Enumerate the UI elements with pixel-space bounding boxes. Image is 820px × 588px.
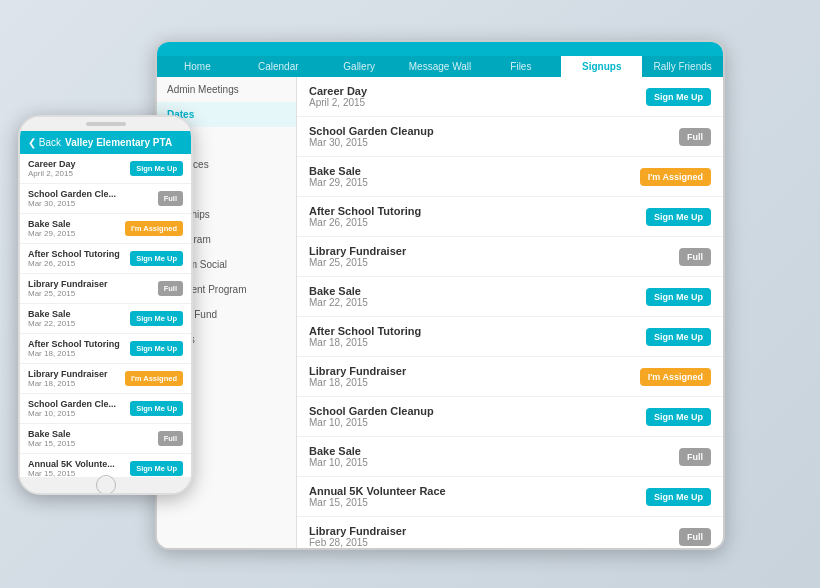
phone: ❮ Back Valley Elementary PTA Career Day … bbox=[18, 115, 193, 495]
phone-row-title: Bake Sale bbox=[28, 219, 125, 229]
sidebar-admin-meetings[interactable]: Admin Meetings bbox=[157, 77, 296, 102]
phone-row-date: April 2, 2015 bbox=[28, 169, 130, 178]
tablet-signup-row: Library Fundraiser Feb 28, 2015 Full bbox=[297, 517, 723, 548]
phone-row-date: Mar 15, 2015 bbox=[28, 469, 130, 477]
phone-signup-row: Library Fundraiser Mar 25, 2015 Full bbox=[20, 274, 191, 304]
signup-btn-signup[interactable]: Sign Me Up bbox=[646, 288, 711, 306]
phone-notch bbox=[20, 117, 191, 131]
signup-date: Feb 28, 2015 bbox=[309, 537, 679, 548]
phone-btn-signup[interactable]: Sign Me Up bbox=[130, 401, 183, 416]
phone-row-date: Mar 22, 2015 bbox=[28, 319, 130, 328]
signup-info: Library Fundraiser Mar 25, 2015 bbox=[309, 245, 679, 268]
signup-btn-signup[interactable]: Sign Me Up bbox=[646, 328, 711, 346]
tab-message-wall[interactable]: Message Wall bbox=[400, 56, 481, 77]
phone-row-date: Mar 26, 2015 bbox=[28, 259, 130, 268]
phone-btn-signup[interactable]: Sign Me Up bbox=[130, 461, 183, 476]
signup-date: Mar 25, 2015 bbox=[309, 257, 679, 268]
signup-date: Mar 10, 2015 bbox=[309, 417, 646, 428]
signup-title: School Garden Cleanup bbox=[309, 125, 679, 137]
tab-calendar[interactable]: Calendar bbox=[238, 56, 319, 77]
signup-btn-full[interactable]: Full bbox=[679, 528, 711, 546]
phone-btn-signup[interactable]: Sign Me Up bbox=[130, 311, 183, 326]
phone-btn-full[interactable]: Full bbox=[158, 281, 183, 296]
signup-title: Annual 5K Volunteer Race bbox=[309, 485, 646, 497]
tab-home[interactable]: Home bbox=[157, 56, 238, 77]
phone-info: School Garden Cle... Mar 30, 2015 bbox=[28, 189, 158, 208]
phone-btn-signup[interactable]: Sign Me Up bbox=[130, 341, 183, 356]
signup-title: Bake Sale bbox=[309, 445, 679, 457]
signup-title: Bake Sale bbox=[309, 285, 646, 297]
signup-btn-full[interactable]: Full bbox=[679, 448, 711, 466]
signup-btn-assigned[interactable]: I'm Assigned bbox=[640, 368, 711, 386]
signup-date: Mar 26, 2015 bbox=[309, 217, 646, 228]
signup-title: After School Tutoring bbox=[309, 325, 646, 337]
phone-info: After School Tutoring Mar 26, 2015 bbox=[28, 249, 130, 268]
phone-body: Career Day April 2, 2015 Sign Me Up Scho… bbox=[20, 154, 191, 477]
phone-row-date: Mar 30, 2015 bbox=[28, 199, 158, 208]
phone-row-date: Mar 29, 2015 bbox=[28, 229, 125, 238]
phone-btn-full[interactable]: Full bbox=[158, 191, 183, 206]
tab-signups[interactable]: Signups bbox=[561, 56, 642, 77]
signup-btn-full[interactable]: Full bbox=[679, 248, 711, 266]
tablet-signup-row: Annual 5K Volunteer Race Mar 15, 2015 Si… bbox=[297, 477, 723, 517]
tablet-signup-row: After School Tutoring Mar 26, 2015 Sign … bbox=[297, 197, 723, 237]
signup-date: Mar 15, 2015 bbox=[309, 497, 646, 508]
signup-btn-full[interactable]: Full bbox=[679, 128, 711, 146]
phone-signup-row: Library Fundraiser Mar 18, 2015 I'm Assi… bbox=[20, 364, 191, 394]
phone-row-date: Mar 10, 2015 bbox=[28, 409, 130, 418]
tablet-content: Career Day April 2, 2015 Sign Me Up Scho… bbox=[297, 77, 723, 548]
tablet: Home Calendar Gallery Message Wall Files… bbox=[155, 40, 725, 550]
phone-btn-assigned[interactable]: I'm Assigned bbox=[125, 221, 183, 236]
signup-title: Library Fundraiser bbox=[309, 365, 640, 377]
phone-signup-row: School Garden Cle... Mar 10, 2015 Sign M… bbox=[20, 394, 191, 424]
phone-info: School Garden Cle... Mar 10, 2015 bbox=[28, 399, 130, 418]
phone-home-button[interactable] bbox=[96, 475, 116, 495]
signup-btn-assigned[interactable]: I'm Assigned bbox=[640, 168, 711, 186]
signup-date: Mar 10, 2015 bbox=[309, 457, 679, 468]
phone-signup-row: Annual 5K Volunte... Mar 15, 2015 Sign M… bbox=[20, 454, 191, 477]
tab-files[interactable]: Files bbox=[480, 56, 561, 77]
tablet-signup-row: School Garden Cleanup Mar 10, 2015 Sign … bbox=[297, 397, 723, 437]
signup-info: School Garden Cleanup Mar 30, 2015 bbox=[309, 125, 679, 148]
tablet-header: Home Calendar Gallery Message Wall Files… bbox=[157, 42, 723, 77]
tablet-signup-row: Career Day April 2, 2015 Sign Me Up bbox=[297, 77, 723, 117]
signup-btn-signup[interactable]: Sign Me Up bbox=[646, 488, 711, 506]
phone-info: Bake Sale Mar 22, 2015 bbox=[28, 309, 130, 328]
signup-date: Mar 22, 2015 bbox=[309, 297, 646, 308]
phone-info: Library Fundraiser Mar 25, 2015 bbox=[28, 279, 158, 298]
tablet-nav: Home Calendar Gallery Message Wall Files… bbox=[157, 56, 723, 77]
signup-btn-signup[interactable]: Sign Me Up bbox=[646, 408, 711, 426]
phone-row-title: After School Tutoring bbox=[28, 339, 130, 349]
signup-info: Career Day April 2, 2015 bbox=[309, 85, 646, 108]
phone-info: Bake Sale Mar 15, 2015 bbox=[28, 429, 158, 448]
phone-row-date: Mar 18, 2015 bbox=[28, 349, 130, 358]
phone-row-title: Bake Sale bbox=[28, 309, 130, 319]
phone-speaker-icon bbox=[86, 122, 126, 126]
phone-back-button[interactable]: ❮ Back bbox=[28, 137, 61, 148]
phone-btn-signup[interactable]: Sign Me Up bbox=[130, 161, 183, 176]
signup-date: Mar 30, 2015 bbox=[309, 137, 679, 148]
phone-btn-full[interactable]: Full bbox=[158, 431, 183, 446]
phone-signup-row: School Garden Cle... Mar 30, 2015 Full bbox=[20, 184, 191, 214]
phone-header: ❮ Back Valley Elementary PTA bbox=[20, 131, 191, 154]
phone-info: Library Fundraiser Mar 18, 2015 bbox=[28, 369, 125, 388]
signup-title: Library Fundraiser bbox=[309, 245, 679, 257]
phone-row-title: Library Fundraiser bbox=[28, 369, 125, 379]
signup-title: After School Tutoring bbox=[309, 205, 646, 217]
tab-gallery[interactable]: Gallery bbox=[319, 56, 400, 77]
signup-info: After School Tutoring Mar 26, 2015 bbox=[309, 205, 646, 228]
phone-signup-row: After School Tutoring Mar 18, 2015 Sign … bbox=[20, 334, 191, 364]
signup-info: Library Fundraiser Mar 18, 2015 bbox=[309, 365, 640, 388]
phone-signup-row: After School Tutoring Mar 26, 2015 Sign … bbox=[20, 244, 191, 274]
tablet-body: Admin Meetings Dates ling Ferences ngs n… bbox=[157, 77, 723, 548]
signup-btn-signup[interactable]: Sign Me Up bbox=[646, 88, 711, 106]
phone-row-title: School Garden Cle... bbox=[28, 189, 158, 199]
signup-btn-signup[interactable]: Sign Me Up bbox=[646, 208, 711, 226]
phone-signup-row: Bake Sale Mar 29, 2015 I'm Assigned bbox=[20, 214, 191, 244]
phone-info: Bake Sale Mar 29, 2015 bbox=[28, 219, 125, 238]
phone-row-title: Annual 5K Volunte... bbox=[28, 459, 130, 469]
phone-btn-signup[interactable]: Sign Me Up bbox=[130, 251, 183, 266]
tab-rally-friends[interactable]: Rally Friends bbox=[642, 56, 723, 77]
phone-signup-row: Career Day April 2, 2015 Sign Me Up bbox=[20, 154, 191, 184]
phone-btn-assigned[interactable]: I'm Assigned bbox=[125, 371, 183, 386]
